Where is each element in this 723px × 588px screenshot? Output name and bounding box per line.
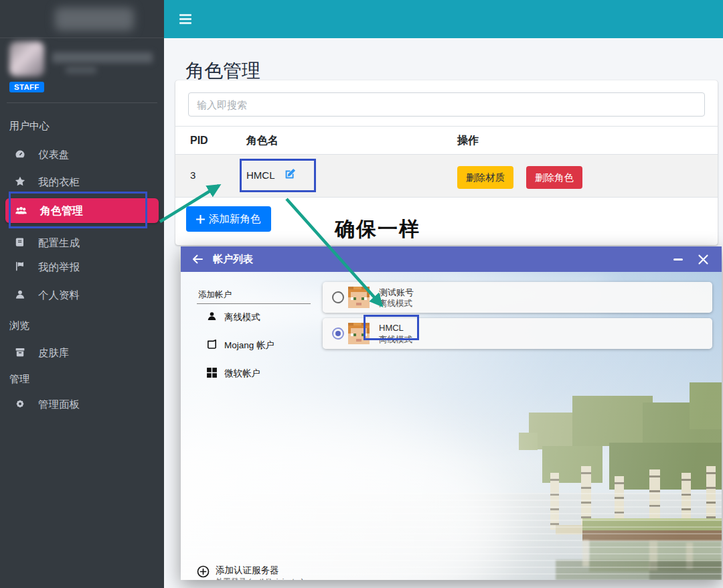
sidebar-item-label: 角色管理 bbox=[40, 204, 83, 218]
add-account-label: 添加帐户 bbox=[198, 289, 232, 301]
method-label: Mojang 帐户 bbox=[224, 340, 274, 352]
sidebar-item-profile[interactable]: 个人资料 bbox=[0, 285, 164, 305]
radio-unselected[interactable] bbox=[332, 291, 344, 303]
book-icon bbox=[14, 236, 26, 248]
method-label: 离线模式 bbox=[224, 311, 260, 323]
cell-pid: 3 bbox=[190, 169, 195, 181]
gauge-icon bbox=[14, 148, 26, 160]
user-icon bbox=[14, 289, 26, 301]
sidebar-item-player-management[interactable]: 角色管理 bbox=[5, 198, 159, 223]
microsoft-icon bbox=[206, 367, 218, 378]
minimize-icon[interactable] bbox=[673, 259, 683, 261]
sidebar-item-my-reports[interactable]: 我的举报 bbox=[0, 257, 164, 277]
status-badge: STAFF bbox=[9, 82, 44, 92]
cell-name: HMCL bbox=[246, 169, 275, 181]
add-auth-server-label: 添加认证服务器 bbox=[216, 565, 279, 577]
add-auth-server-row[interactable]: 添加认证服务器 外置登录 (authlib-injector) bbox=[181, 560, 722, 580]
users-icon bbox=[15, 204, 27, 217]
avatar bbox=[9, 42, 44, 76]
col-header-actions: 操作 bbox=[457, 127, 479, 154]
brand-bar[interactable] bbox=[0, 0, 164, 38]
delete-texture-button[interactable]: 删除材质 bbox=[457, 166, 513, 189]
account-type: 离线模式 bbox=[379, 298, 412, 309]
divider bbox=[7, 102, 157, 103]
player-avatar bbox=[348, 287, 370, 308]
sidebar-item-admin-panel[interactable]: 管理面板 bbox=[0, 394, 164, 415]
radio-selected[interactable] bbox=[332, 327, 344, 340]
window-content: 添加帐户 离线模式 Mojang 帐户 bbox=[181, 272, 722, 580]
hmcl-account-window: 帐户列表 bbox=[181, 246, 722, 580]
edit-icon[interactable] bbox=[284, 167, 297, 180]
account-name: 测试账号 bbox=[379, 287, 414, 299]
col-header-pid: PID bbox=[190, 127, 208, 154]
sidebar-item-dashboard[interactable]: 仪表盘 bbox=[0, 145, 164, 165]
sidebar-item-closet[interactable]: 我的衣柜 bbox=[0, 172, 164, 192]
sidebar-item-label: 皮肤库 bbox=[38, 346, 70, 359]
person-icon bbox=[206, 311, 218, 322]
delete-player-button[interactable]: 删除角色 bbox=[526, 166, 582, 189]
sidebar-item-label: 管理面板 bbox=[38, 398, 80, 411]
window-title: 帐户列表 bbox=[213, 246, 253, 272]
mojang-icon bbox=[206, 339, 218, 350]
close-icon[interactable] bbox=[698, 254, 709, 265]
col-header-name: 角色名 bbox=[246, 127, 278, 154]
sidebar: STAFF 用户中心 仪表盘 我的衣柜 角色管理 bbox=[0, 0, 164, 588]
add-player-label: 添加新角色 bbox=[209, 212, 261, 226]
method-microsoft-account[interactable]: 微软帐户 bbox=[181, 366, 315, 383]
sidebar-section-admin: 管理 bbox=[9, 373, 29, 386]
sidebar-item-skin-library[interactable]: 皮肤库 bbox=[0, 343, 164, 363]
table-row: 3 HMCL 删除材质 删除角色 bbox=[175, 155, 718, 198]
sidebar-item-config-generator[interactable]: 配置生成 bbox=[0, 233, 164, 253]
sidebar-section-user-center: 用户中心 bbox=[9, 120, 50, 133]
method-offline-mode[interactable]: 离线模式 bbox=[181, 309, 315, 327]
archive-icon bbox=[14, 346, 26, 358]
player-management-card: PID 角色名 操作 3 HMCL 删除材质 删除角色 添加新角色 bbox=[175, 80, 718, 245]
search-input[interactable] bbox=[188, 92, 705, 117]
brand-logo-redacted bbox=[55, 7, 134, 31]
plus-circle-icon bbox=[197, 565, 210, 578]
sidebar-item-label: 我的衣柜 bbox=[38, 175, 80, 188]
method-mojang-account[interactable]: Mojang 帐户 bbox=[181, 338, 315, 355]
topbar bbox=[164, 0, 723, 38]
hamburger-icon[interactable] bbox=[179, 14, 191, 24]
sidebar-item-label: 个人资料 bbox=[38, 289, 80, 301]
add-player-button[interactable]: 添加新角色 bbox=[186, 206, 271, 232]
plus-icon bbox=[196, 215, 205, 224]
screenshot-root: STAFF 用户中心 仪表盘 我的衣柜 角色管理 bbox=[0, 0, 723, 588]
annotation-note: 确保一样 bbox=[335, 216, 420, 243]
sidebar-item-label: 仪表盘 bbox=[38, 148, 70, 161]
username-redacted-line2 bbox=[66, 66, 96, 74]
account-name: HMCL bbox=[379, 323, 404, 333]
account-row-test[interactable]: 测试账号 离线模式 bbox=[323, 282, 712, 313]
star-icon bbox=[14, 175, 26, 188]
account-row-hmcl[interactable]: HMCL 离线模式 bbox=[323, 318, 712, 349]
authlib-injector-sub: 外置登录 (authlib-injector) bbox=[216, 577, 304, 580]
sidebar-item-label: 我的举报 bbox=[38, 261, 80, 273]
sidebar-section-browse: 浏览 bbox=[9, 319, 29, 332]
flag-icon bbox=[14, 261, 26, 273]
window-titlebar[interactable]: 帐户列表 bbox=[181, 246, 722, 272]
sidebar-item-label: 配置生成 bbox=[38, 236, 80, 249]
player-avatar bbox=[348, 323, 370, 344]
back-icon[interactable] bbox=[191, 253, 204, 265]
username-redacted bbox=[52, 52, 153, 63]
account-type: 离线模式 bbox=[379, 334, 412, 346]
gear-icon bbox=[14, 398, 26, 410]
divider bbox=[197, 303, 311, 304]
method-label: 微软帐户 bbox=[224, 368, 260, 380]
